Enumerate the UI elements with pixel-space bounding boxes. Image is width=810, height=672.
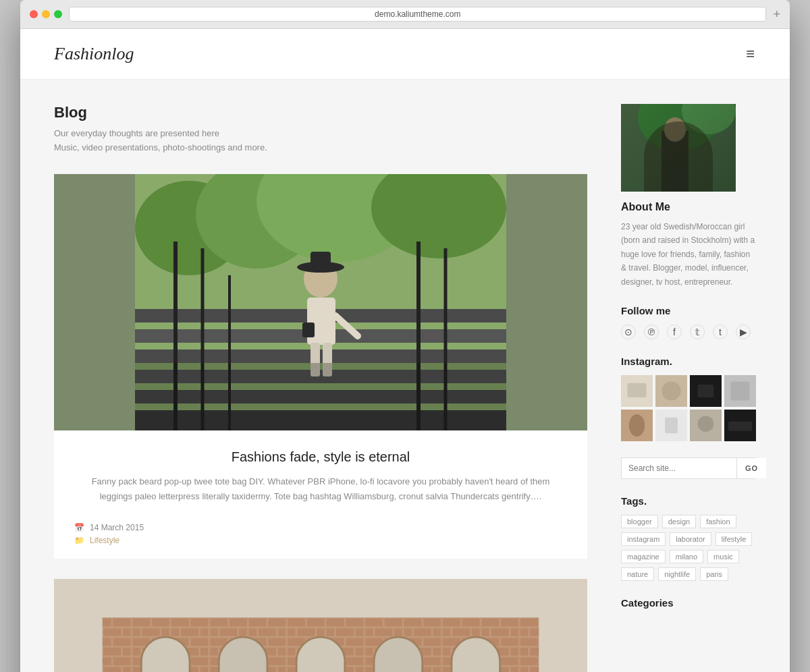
about-text: 23 year old Swedish/Moroccan girl (born … <box>621 220 756 289</box>
svg-rect-24 <box>135 363 506 430</box>
tag-nature[interactable]: nature <box>621 567 654 581</box>
post-image-stairs[interactable] <box>54 174 587 430</box>
svg-rect-51 <box>621 104 736 192</box>
site-logo[interactable]: Fashionlog <box>54 44 134 64</box>
post-category[interactable]: Lifestyle <box>90 536 119 545</box>
browser-window: demo.kaliumtheme.com + Fashionlog ≡ Blog… <box>20 0 790 672</box>
categories-widget: Categories <box>621 597 756 609</box>
maximize-button[interactable] <box>54 10 62 18</box>
twitter-icon[interactable]: 𝕥 <box>690 325 705 339</box>
instagram-title: Instagram. <box>621 356 756 367</box>
svg-rect-67 <box>665 418 678 434</box>
post-title-1[interactable]: Fashions fade, style is eternal <box>74 449 567 465</box>
tag-magazine[interactable]: magazine <box>621 550 666 563</box>
tags-widget: Tags. blogger design fashion instagram l… <box>621 495 756 581</box>
svg-rect-63 <box>730 381 749 400</box>
post-date: 14 March 2015 <box>90 523 144 532</box>
social-icons-container: ⊙ ℗ f 𝕥 t ▶ <box>621 325 756 339</box>
follow-widget: Follow me ⊙ ℗ f 𝕥 t ▶ <box>621 305 756 339</box>
pinterest-icon[interactable]: ℗ <box>644 325 659 339</box>
url-bar[interactable]: demo.kaliumtheme.com <box>69 7 766 22</box>
tag-blogger[interactable]: blogger <box>621 515 658 528</box>
browser-toolbar: demo.kaliumtheme.com + <box>20 0 790 29</box>
tags-container: blogger design fashion instagram laborat… <box>621 515 756 581</box>
tumblr-icon[interactable]: t <box>713 325 728 339</box>
categories-title: Categories <box>621 597 756 609</box>
instagram-thumb-4[interactable] <box>724 375 756 407</box>
blog-header: Blog Our everyday thoughts are presented… <box>54 104 587 155</box>
main-layout: Blog Our everyday thoughts are presented… <box>20 80 790 672</box>
tag-design[interactable]: design <box>662 515 696 528</box>
new-tab-button[interactable]: + <box>773 7 780 22</box>
svg-point-52 <box>638 104 719 151</box>
svg-rect-18 <box>310 252 331 271</box>
post-category-item: 📁 Lifestyle <box>74 536 567 545</box>
svg-point-69 <box>698 416 714 432</box>
svg-point-59 <box>662 381 680 400</box>
post-date-item: 📅 14 March 2015 <box>74 523 567 532</box>
post-meta-1: 📅 14 March 2015 📁 Lifestyle <box>74 516 567 545</box>
about-title: About Me <box>621 201 756 213</box>
post-card-1: Fashions fade, style is eternal Fanny pa… <box>54 174 587 559</box>
instagram-icon[interactable]: ⊙ <box>621 325 636 339</box>
hamburger-menu-icon[interactable]: ≡ <box>746 45 756 63</box>
svg-rect-61 <box>698 385 714 397</box>
post-image-building[interactable] <box>54 579 587 672</box>
post-card-2 <box>54 579 587 672</box>
close-button[interactable] <box>30 10 38 18</box>
instagram-widget: Instagram. <box>621 356 756 441</box>
search-input[interactable] <box>622 458 736 478</box>
facebook-icon[interactable]: f <box>667 325 682 339</box>
instagram-thumb-3[interactable] <box>690 375 722 407</box>
svg-rect-57 <box>627 383 646 397</box>
tag-nightlife[interactable]: nightlife <box>658 567 696 581</box>
svg-rect-20 <box>302 323 315 337</box>
svg-rect-7 <box>135 349 506 363</box>
tag-instagram[interactable]: instagram <box>621 532 666 546</box>
instagram-grid <box>621 375 756 441</box>
instagram-thumb-2[interactable] <box>655 375 687 407</box>
instagram-thumb-8[interactable] <box>724 410 756 441</box>
sidebar: About Me 23 year old Swedish/Moroccan gi… <box>621 80 756 672</box>
instagram-thumb-5[interactable] <box>621 410 653 441</box>
about-photo <box>621 104 736 192</box>
instagram-thumb-1[interactable] <box>621 375 653 407</box>
page-content: Fashionlog ≡ Blog Our everyday thoughts … <box>20 29 790 672</box>
tag-lifestyle[interactable]: lifestyle <box>716 532 753 546</box>
blog-subtitle-line1: Our everyday thoughts are presented here <box>54 127 587 141</box>
folder-icon: 📁 <box>74 536 84 545</box>
post-excerpt-1: Fanny pack beard pop-up twee tote bag DI… <box>74 474 567 504</box>
tag-paris[interactable]: paris <box>700 567 728 581</box>
tag-music[interactable]: music <box>707 550 739 563</box>
tag-fashion[interactable]: fashion <box>700 515 736 528</box>
instagram-thumb-6[interactable] <box>655 410 687 441</box>
tag-laborator[interactable]: laborator <box>670 532 711 546</box>
calendar-icon: 📅 <box>74 523 84 532</box>
tag-milano[interactable]: milano <box>670 550 703 563</box>
svg-rect-54 <box>662 131 688 192</box>
minimize-button[interactable] <box>42 10 50 18</box>
follow-title: Follow me <box>621 305 756 316</box>
search-widget: GO <box>621 457 756 479</box>
search-button[interactable]: GO <box>736 458 766 478</box>
svg-point-53 <box>682 104 736 134</box>
svg-point-65 <box>629 414 645 437</box>
blog-section: Blog Our everyday thoughts are presented… <box>54 80 621 672</box>
post-body-1: Fashions fade, style is eternal Fanny pa… <box>54 430 587 559</box>
svg-rect-19 <box>307 298 335 345</box>
window-controls <box>30 10 62 18</box>
about-widget: About Me 23 year old Swedish/Moroccan gi… <box>621 104 756 289</box>
youtube-icon[interactable]: ▶ <box>736 325 751 339</box>
tags-title: Tags. <box>621 495 756 507</box>
svg-point-55 <box>664 117 686 142</box>
instagram-thumb-7[interactable] <box>690 410 722 441</box>
svg-rect-71 <box>728 422 752 431</box>
about-photo-image <box>621 104 736 192</box>
blog-subtitle-line2: Music, video presentations, photo-shooti… <box>54 141 587 155</box>
site-header: Fashionlog ≡ <box>20 29 790 80</box>
blog-title: Blog <box>54 104 587 121</box>
